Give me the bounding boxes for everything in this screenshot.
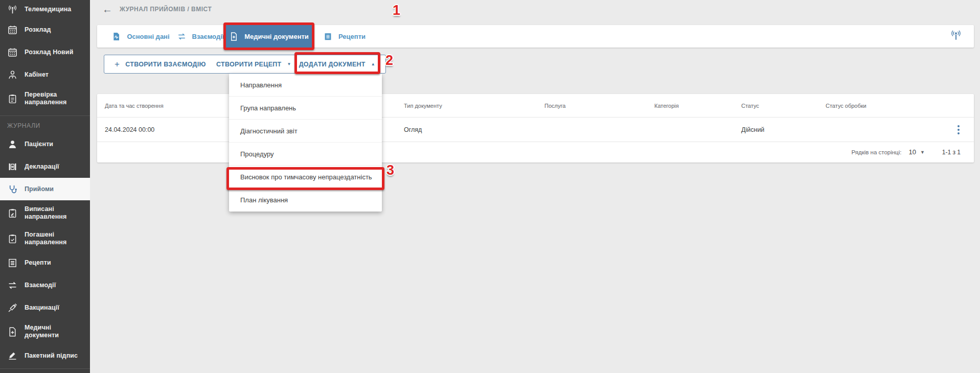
rows-per-page-label: Рядків на сторінці: [851,149,901,155]
sidebar-divider [0,368,90,369]
breadcrumb: ЖУРНАЛ ПРИЙОМІВ / ВМІСТ [120,6,212,13]
sidebar-item-referral-check[interactable]: Перевірка направлення [0,86,90,111]
sidebar-item-batch-signature[interactable]: Пакетний підпис [0,344,90,367]
declaration-icon [7,161,18,172]
sidebar-item-label: Взаємодії [25,282,56,289]
sidebar-item-label: Прийоми [25,185,54,193]
calendar-icon [7,47,18,58]
document-pulse-icon [111,32,121,41]
clipboard-pencil-icon [7,208,18,219]
sidebar-item-schedule[interactable]: Розклад [0,18,90,41]
sidebar-item-label: Розклад [25,26,51,34]
broadcast-antenna-icon[interactable] [949,29,963,44]
column-header-category: Категорія [654,103,741,109]
tab-interactions[interactable]: Взаємодії [175,25,226,48]
sidebar: Телемедицина Розклад Розклад Новий Кабін… [0,0,90,373]
sidebar-item-cabinet[interactable]: Кабінет [0,63,90,86]
person-icon [7,139,18,150]
menu-item-diagnostic-report[interactable]: Діагностичний звіт [229,120,382,143]
syringe-icon [7,302,18,313]
annotation-number-1: 1 [393,3,400,18]
tab-label: Взаємодії [192,33,224,40]
action-toolbar: + СТВОРИТИ ВЗАЄМОДІЮ СТВОРИТИ РЕЦЕПТ ▼ Д… [104,55,386,74]
add-document-button[interactable]: ДОДАТИ ДОКУМЕНТ ▲ [299,61,375,68]
document-plus-icon [229,32,239,41]
back-arrow-icon[interactable]: ← [102,4,112,14]
document-plus-icon [7,327,18,337]
chevron-down-icon: ▼ [287,62,291,66]
sidebar-item-telemedicine[interactable]: Телемедицина [0,0,90,18]
sidebar-item-label: Кабінет [25,71,49,79]
column-header-doc-type: Тип документу [404,103,544,109]
topbar: ← ЖУРНАЛ ПРИЙОМІВ / ВМІСТ [102,0,212,18]
plus-icon: + [115,60,120,68]
column-header-service: Послуга [544,103,654,109]
swap-arrows-icon [7,280,18,291]
sidebar-item-label: Медичні документи [25,324,83,339]
sidebar-item-label: Виписані направлення [25,205,83,221]
sidebar-item-issued-referrals[interactable]: Виписані направлення [0,200,90,226]
menu-item-treatment-plan[interactable]: План лікування [229,189,382,212]
column-header-processing-status: Статус обробки [826,103,943,109]
create-interaction-button[interactable]: + СТВОРИТИ ВЗАЄМОДІЮ [115,60,206,68]
menu-item-referral[interactable]: Направлення [229,74,382,97]
create-prescription-button[interactable]: СТВОРИТИ РЕЦЕПТ ▼ [216,61,291,68]
menu-item-temporary-disability-conclusion[interactable]: Висновок про тимчасову непрацездатність [229,166,382,189]
sidebar-item-interactions[interactable]: Взаємодії [0,274,90,296]
add-document-dropdown: Направлення Група направлень Діагностичн… [229,74,382,212]
rows-per-page-value[interactable]: 10 [908,148,916,156]
chevron-down-icon[interactable]: ▼ [920,150,925,155]
tab-label: Рецепти [338,33,366,40]
menu-item-procedure[interactable]: Процедуру [229,143,382,166]
tab-label: Медичні документи [244,33,309,40]
stethoscope-icon [7,184,18,195]
receipt-icon [7,258,18,268]
tab-bar: Основні дані Взаємодії Медичні документи… [97,25,974,48]
sidebar-item-label: Перевірка направлення [25,91,83,106]
sidebar-item-label: Пацієнти [25,141,53,148]
sidebar-item-redeemed-referrals[interactable]: Погашені направлення [0,226,90,251]
tab-main-data[interactable]: Основні дані [106,25,175,48]
clipboard-list-icon [7,94,18,104]
tab-medical-documents[interactable]: Медичні документи [226,25,312,48]
calendar-icon [7,25,18,35]
sidebar-item-declarations[interactable]: Декларації [0,155,90,178]
app-window: Телемедицина Розклад Розклад Новий Кабін… [0,0,980,373]
main-content: ← ЖУРНАЛ ПРИЙОМІВ / ВМІСТ Основні дані В… [90,0,980,373]
swap-arrows-icon [177,32,187,41]
tab-prescriptions[interactable]: Рецепти [312,25,366,48]
antenna-icon [7,4,18,15]
annotation-number-3: 3 [386,162,394,178]
signature-icon [7,351,18,361]
sidebar-item-patients[interactable]: Пацієнти [0,133,90,155]
sidebar-item-appointments[interactable]: Прийоми [0,178,90,200]
sidebar-item-schedule-new[interactable]: Розклад Новий [0,41,90,63]
sidebar-item-label: Пакетний підпис [25,352,78,360]
tab-label: Основні дані [127,33,169,40]
sidebar-item-prescriptions[interactable]: Рецепти [0,251,90,274]
sidebar-item-label: Рецепти [25,259,51,267]
cell-doc-type: Огляд [404,126,544,133]
pagination-range: 1-1 з 1 [942,149,961,156]
doctor-icon [7,69,18,80]
receipt-icon [323,32,333,41]
sidebar-item-label: Декларації [25,163,59,171]
sidebar-item-label: Розклад Новий [25,49,73,56]
sidebar-item-medical-documents[interactable]: Медичні документи [0,319,90,344]
sidebar-item-label: Телемедицина [25,6,71,13]
sidebar-item-label: Погашені направлення [25,231,83,246]
annotation-number-2: 2 [385,53,393,68]
cell-status: Дійсний [741,126,826,133]
column-header-status: Статус [741,103,826,109]
sidebar-item-label: Вакцинації [25,304,59,312]
chevron-up-icon: ▲ [371,62,375,66]
sidebar-item-vaccinations[interactable]: Вакцинації [0,296,90,319]
sidebar-section-journals: ЖУРНАЛИ [0,115,90,133]
row-menu-kebab-icon[interactable] [943,125,974,134]
clipboard-check-icon [7,234,18,244]
menu-item-referral-group[interactable]: Група направлень [229,97,382,120]
